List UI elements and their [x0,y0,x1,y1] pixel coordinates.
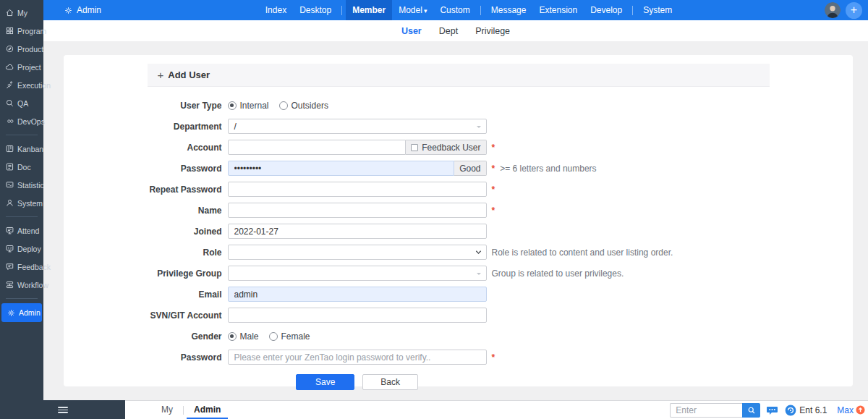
grid-icon [5,26,14,35]
footer-tab-my[interactable]: My [154,401,180,419]
feedback-user-addon: Feedback User [406,140,486,155]
search-icon [747,406,756,415]
add-button[interactable]: + [846,2,862,19]
sidebar-item-kanban[interactable]: Kanban [0,140,43,158]
nav-member[interactable]: Member [346,0,392,20]
sidebar-item-system[interactable]: System [0,194,43,212]
verify-password-label: Password [148,352,222,363]
department-label: Department [148,122,222,132]
avatar-image [825,2,841,18]
account-input[interactable] [228,140,407,155]
nav-develop[interactable]: Develop [584,0,629,20]
sidebar-item-my[interactable]: My [0,4,43,22]
sidebar-item-label: QA [17,99,28,108]
subnav: User Dept Privilege [43,20,868,41]
password-strength-label: Good [459,164,480,174]
nav-system[interactable]: System [637,0,678,20]
tab-user[interactable]: User [401,26,422,36]
feedback-user-checkbox[interactable] [411,144,418,151]
sidebar-item-attend[interactable]: Attend [0,221,43,240]
search-button[interactable] [742,403,760,418]
search-input[interactable] [670,403,742,418]
sidebar-item-label: Feedback [17,263,51,271]
row-joined: Joined [148,221,770,242]
password-hint: >= 6 letters and numbers [500,164,596,174]
radio-internal[interactable] [228,101,237,110]
sidebar-item-execution[interactable]: Execution [0,76,43,94]
sidebar-item-qa[interactable]: QA [0,94,43,112]
nav-message[interactable]: Message [485,0,533,20]
row-name: Name * [148,200,770,221]
gender-label: Gender [148,331,222,342]
nav-custom[interactable]: Custom [433,0,476,20]
message-bubble-icon[interactable] [766,405,778,416]
email-input[interactable] [228,287,487,302]
nav-index[interactable]: Index [259,0,293,20]
user-avatar[interactable] [825,2,841,18]
radio-male-label: Male [240,331,259,342]
tab-dept[interactable]: Dept [439,26,458,36]
sidebar-item-label: Statistic [17,181,44,190]
name-input[interactable] [228,203,487,218]
sidebar-item-project[interactable]: Project [0,58,43,76]
sidebar-item-statistic[interactable]: Statistic [0,176,43,194]
sidebar-toggle[interactable] [0,400,125,419]
monitor-icon [5,226,14,235]
verify-password-input[interactable] [228,350,487,365]
gender-options: Male Female [228,331,487,342]
password-input[interactable] [228,161,455,176]
sidebar-item-admin[interactable]: Admin [1,303,42,322]
zentao-brand[interactable]: Ent 6.1 [785,405,827,416]
joined-date-input[interactable] [228,224,487,239]
radio-outsiders[interactable] [279,101,288,110]
repeat-password-input[interactable] [228,182,487,197]
feedback-icon [5,262,14,271]
department-value: / [234,122,237,132]
joined-label: Joined [148,227,222,237]
radio-female[interactable] [269,332,278,341]
sidebar-item-feedback[interactable]: Feedback [0,258,43,276]
sidebar-item-devops[interactable]: DevOps [0,112,43,130]
row-user-type: User Type Internal Outsiders [148,95,770,116]
privilege-group-select[interactable] [228,266,487,281]
repeat-password-label: Repeat Password [148,185,222,195]
cloud-icon [5,62,14,72]
nav-model[interactable]: Model▾ [392,0,433,20]
row-department: Department / [148,116,770,137]
row-privilege-group: Privilege Group Group is related to user… [148,263,770,284]
zentao-logo-icon [785,405,796,416]
privilege-group-hint: Group is related to user privileges. [492,268,624,279]
svn-git-input[interactable] [228,308,487,323]
sidebar-item-label: Program [17,27,46,35]
required-asterisk: * [492,185,495,195]
sidebar-item-product[interactable]: Product [0,40,43,58]
role-select[interactable] [228,245,487,260]
tab-privilege[interactable]: Privilege [475,26,510,36]
radio-male[interactable] [228,332,237,341]
upgrade-link[interactable]: Max [837,405,865,415]
sidebar-item-label: System [17,199,43,208]
department-select[interactable]: / [228,119,487,134]
footer-tab-admin[interactable]: Admin [187,401,228,419]
sidebar-item-doc[interactable]: Doc [0,158,43,176]
nav-desktop[interactable]: Desktop [293,0,338,20]
password-label: Password [148,164,222,174]
sidebar-item-deploy[interactable]: Deploy [0,240,43,258]
version-label: Ent 6.1 [799,405,827,415]
infinity-icon [5,117,14,126]
form-legend-label: Add User [168,69,210,80]
footer-taskbar: My Admin Ent 6.1 Max [0,400,868,419]
save-button[interactable]: Save [296,374,354,390]
sidebar-item-workflow[interactable]: Workflow [0,276,43,294]
form-actions: Save Back [228,374,487,390]
kanban-icon [5,144,14,153]
row-account: Account Feedback User * [148,137,770,158]
nav-extension[interactable]: Extension [532,0,584,20]
footer-search [670,403,760,418]
nav-divider [480,6,481,15]
feedback-user-label: Feedback User [422,143,480,153]
back-button[interactable]: Back [362,374,418,390]
sidebar-item-program[interactable]: Program [0,22,43,40]
svn-git-label: SVN/GIT Account [148,310,222,321]
footer-tabs: My Admin [154,401,228,419]
